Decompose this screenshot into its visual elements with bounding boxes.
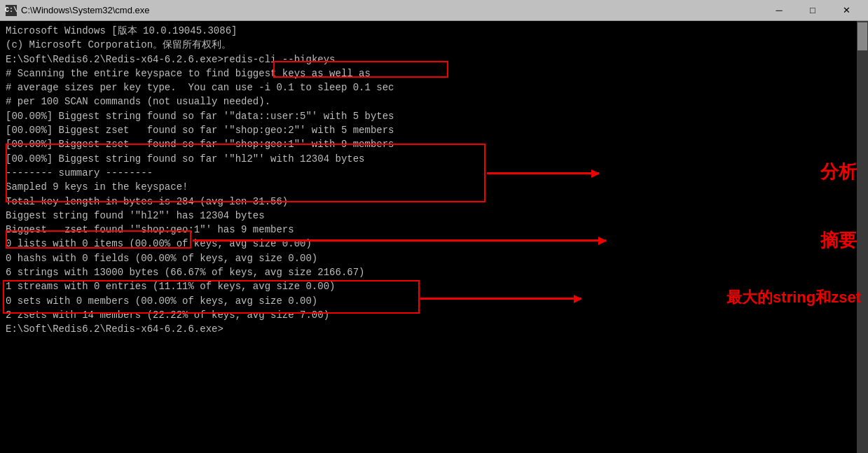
scrollbar[interactable] — [857, 21, 868, 453]
terminal-line: 0 sets with 0 members (00.00% of keys, a… — [6, 294, 851, 308]
close-button[interactable]: ✕ — [830, 1, 862, 20]
terminal-line: # average sizes per key type. You can us… — [6, 81, 851, 95]
terminal-line: Sampled 9 keys in the keyspace! — [6, 180, 851, 194]
terminal-area[interactable]: Microsoft Windows [版本 10.0.19045.3086](c… — [0, 21, 857, 453]
terminal-line: [00.00%] Biggest zset found so far '"sho… — [6, 137, 851, 151]
annotation-analysis: 分析 — [820, 160, 857, 184]
main-wrapper: Microsoft Windows [版本 10.0.19045.3086](c… — [0, 21, 868, 453]
terminal-line: [00.00%] Biggest zset found so far '"sho… — [6, 123, 851, 137]
title-bar: C:\ C:\Windows\System32\cmd.exe ─ □ ✕ — [0, 0, 868, 21]
terminal-line: # Scanning the entire keyspace to find b… — [6, 67, 851, 81]
terminal-line: 2 zsets with 14 members (22.22% of keys,… — [6, 308, 851, 322]
terminal-line: 6 strings with 13000 bytes (66.67% of ke… — [6, 265, 851, 279]
title-bar-controls: ─ □ ✕ — [763, 1, 862, 20]
annotation-biggest: 最大的string和zset — [726, 287, 861, 308]
terminal-line: E:\Soft\Redis6.2\Redis-x64-6.2.6.exe> — [6, 322, 851, 336]
terminal-line: -------- summary -------- — [6, 166, 851, 180]
maximize-button[interactable]: □ — [797, 1, 829, 20]
terminal-line: 0 hashs with 0 fields (00.00% of keys, a… — [6, 251, 851, 265]
terminal-line: 0 lists with 0 items (00.00% of keys, av… — [6, 237, 851, 251]
terminal-line: [00.00%] Biggest string found so far '"h… — [6, 152, 851, 166]
terminal-line: Total key length in bytes is 284 (avg le… — [6, 195, 851, 209]
terminal-line: Biggest zset found '"shop:geo:1"' has 9 … — [6, 223, 851, 237]
scrollbar-thumb[interactable] — [857, 22, 867, 50]
terminal-line: 1 streams with 0 entries (11.11% of keys… — [6, 279, 851, 293]
window-title: C:\Windows\System32\cmd.exe — [21, 5, 150, 15]
terminal-line: Microsoft Windows [版本 10.0.19045.3086] — [6, 24, 851, 38]
terminal-line: # per 100 SCAN commands (not usually nee… — [6, 95, 851, 109]
minimize-button[interactable]: ─ — [763, 1, 795, 20]
terminal-line: E:\Soft\Redis6.2\Redis-x64-6.2.6.exe>red… — [6, 53, 851, 67]
terminal-line: [00.00%] Biggest string found so far '"d… — [6, 109, 851, 123]
title-bar-left: C:\ C:\Windows\System32\cmd.exe — [6, 5, 150, 16]
annotation-summary: 摘要 — [820, 228, 857, 253]
terminal-line: (c) Microsoft Corporation。保留所有权利。 — [6, 38, 851, 52]
cmd-icon: C:\ — [6, 5, 17, 16]
terminal-line: Biggest string found '"hl2"' has 12304 b… — [6, 209, 851, 223]
